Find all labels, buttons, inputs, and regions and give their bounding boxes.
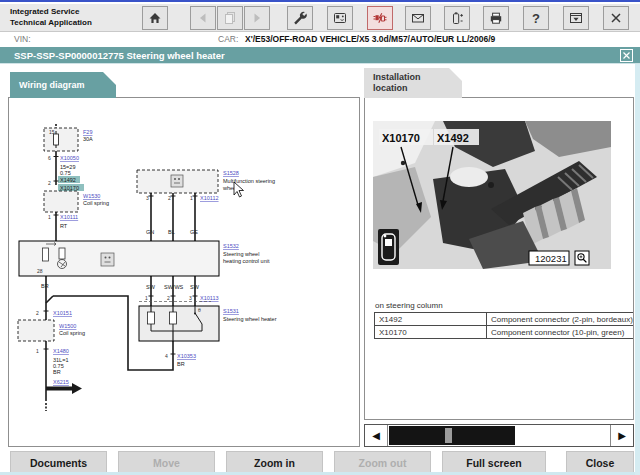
ecu-id-link[interactable]: S1532 [223,243,239,249]
connector-table: X1492 Component connector (2-pin, bordea… [374,312,634,339]
connection-broken-icon [372,10,388,26]
wire-sw2: SW [190,284,200,290]
wiring-diagram-panel[interactable]: 15 F29 30A 6 X10050 15=29 0.75 GN/SW 2 X… [8,97,360,447]
conn-x1492-hl[interactable]: X1492 [60,177,76,183]
home-icon [147,10,163,26]
battery-icon [449,10,465,26]
wiring-diagram: 15 F29 30A 6 X10050 15=29 0.75 GN/SW 2 X… [9,98,359,446]
conn-x10112-link[interactable]: X10112 [200,195,219,201]
app-title-line2: Technical Application [10,17,92,28]
close-icon [622,51,631,60]
mouse-cursor [234,182,244,197]
conn-x10353-link[interactable]: X10353 [177,353,196,359]
close-icon [608,10,624,26]
conn-x10151-link[interactable]: X10151 [53,310,72,316]
forward-button [244,6,270,30]
horizontal-scrollbar[interactable]: ◀ ▶ [364,424,634,447]
ground-link[interactable]: X6215 [53,379,69,385]
photo-number: 120231 [535,253,567,264]
table-row[interactable]: X1492 Component connector (2-pin, bordea… [375,313,635,326]
conn-x10050-link[interactable]: X10050 [60,155,79,161]
coil1-id-link[interactable]: W1530 [83,193,100,199]
theta-symbol: θ [198,307,201,313]
wrench-icon [292,10,308,26]
pin-2a: 2 [48,180,51,186]
conn-x1480-link[interactable]: X1480 [53,348,69,354]
app-title: Integrated Service Technical Application [10,6,92,28]
pin-1b: 1 [36,348,39,354]
ecu-name1: Steering wheel [223,251,259,257]
connector-id[interactable]: X10170 [375,326,487,339]
heater-pin3: 3 [189,295,192,301]
wire-br-heater: BR [177,361,185,367]
pin-1a: 1 [48,214,51,220]
scrollbar-track[interactable] [387,425,611,446]
wire-rt: RT [60,223,68,229]
mfsw-name1: Multifunction steering [223,178,275,184]
coil-spring-lower-box [18,320,54,341]
tab-wiring-label: Wiring diagram [19,80,84,90]
conn-x10113-link[interactable]: X10113 [200,295,219,301]
back-button [190,6,216,30]
multifunction-steering-wheel-box [137,170,218,193]
document-title: SSP-SSP-SP0000012775 Steering wheel heat… [14,50,225,61]
workshop-tools-button[interactable] [287,6,313,30]
scrollbar-range [389,426,515,445]
home-button[interactable] [142,6,168,30]
envelope-icon [410,10,426,26]
wire-sw1: SW [146,284,156,290]
fuse-rating: 30A [83,136,93,142]
table-row[interactable]: X10170 Component connector (10-pin, gree… [375,326,635,339]
heater-box: θ [139,306,219,341]
conn-x10111-link[interactable]: X10111 [60,214,78,220]
document-title-bar: SSP-SSP-SP0000012775 Steering wheel heat… [0,47,640,64]
wire-bl: BL [168,229,175,235]
help-icon: ? [532,11,540,26]
mfsw-id-link[interactable]: S1528 [223,170,239,176]
help-button[interactable]: ? [523,6,549,30]
connector-id[interactable]: X1492 [375,313,487,326]
window-right-edge [635,64,640,475]
toolbar: Integrated Service Technical Application [0,4,640,32]
heater-pin1: 1 [145,295,148,301]
conn-x10170-hl[interactable]: X10170 [60,185,79,191]
coil2-name: Coil spring [59,330,85,336]
scroll-left-arrow[interactable]: ◀ [365,425,387,446]
coil2-id-link[interactable]: W1500 [59,323,76,329]
installation-photo[interactable]: X10170 X1492 120231 [373,121,611,269]
ecu-pin-28: 28 [37,268,43,274]
pin-2b: 2 [36,310,39,316]
tab-install-label2: location [373,83,462,94]
diagnostic-device-button[interactable] [327,6,353,30]
battery-voltage-button[interactable] [444,6,470,30]
vehicle-bar: VIN: CAR: X'/E53/OFF-ROAD VEHICLE/X5 3.0… [0,32,640,47]
diagnostic-device-icon [332,10,348,26]
document-close-button[interactable] [620,49,633,62]
tab-installation-location[interactable]: Installation location [364,68,462,98]
messages-button[interactable] [405,6,431,30]
highlighted-connectors[interactable]: X1492 X10170 [58,176,84,191]
photo-zoom-button[interactable] [575,251,589,265]
wire-swws: SW/WS [164,284,184,290]
connector-desc: Component connector (10-pin, green) [487,326,635,339]
coil1-name: Coil spring [83,200,109,206]
scrollbar-thumb[interactable] [445,428,452,443]
ecu-name2: heating control unit [223,258,270,264]
connection-broken-button[interactable] [367,6,393,30]
back-icon [195,10,211,26]
forward-icon [249,10,265,26]
installation-location-panel: X10170 X1492 120231 [364,97,634,420]
print-button[interactable] [483,6,509,30]
copy-documents-button [217,6,243,30]
window-restore-button[interactable] [563,6,589,30]
heater-id-link[interactable]: S1531 [223,308,239,314]
connector-desc: Component connector (2-pin, bordeaux) [487,313,635,326]
fuse-box: 15 [44,128,78,151]
fuse-id-link[interactable]: F29 [83,129,92,135]
photo-label-x1492: X1492 [437,132,469,144]
scroll-right-arrow[interactable]: ▶ [611,425,633,446]
car-value: X'/E53/OFF-ROAD VEHICLE/X5 3.0d/M57/AUTO… [245,34,495,44]
close-application-button[interactable] [603,6,629,30]
tab-wiring-diagram[interactable]: Wiring diagram [10,72,116,98]
wire-br-left: BR [41,283,49,289]
